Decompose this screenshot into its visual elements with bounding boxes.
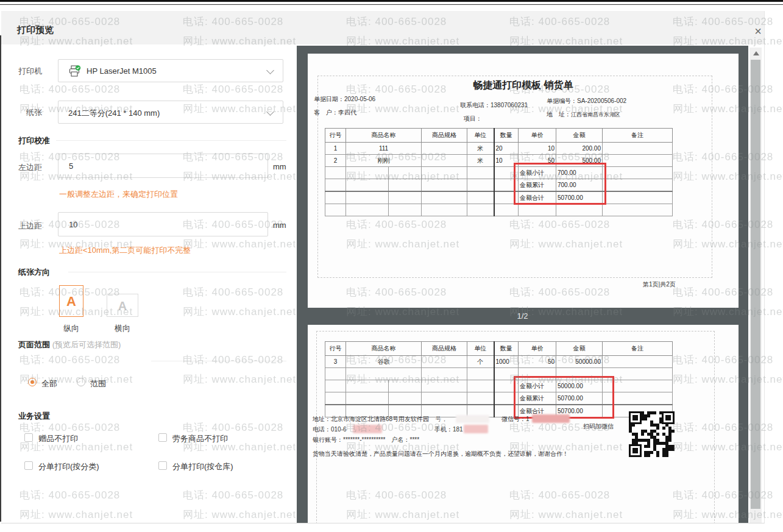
table-cell bbox=[494, 204, 519, 216]
table-cell bbox=[346, 392, 389, 405]
col-header: 备注 bbox=[603, 129, 673, 143]
paper-value: 241二等分(241 * 140 mm) bbox=[68, 108, 160, 119]
table-cell bbox=[467, 204, 494, 216]
page-number-label: 第1页|共2页 bbox=[643, 280, 676, 289]
printer-value: HP LaserJet M1005 bbox=[87, 66, 157, 76]
table-cell bbox=[422, 191, 467, 204]
scrollbar-up-arrow[interactable] bbox=[753, 51, 759, 55]
redaction-blob bbox=[456, 415, 489, 423]
top-margin-input[interactable]: 10 bbox=[58, 212, 268, 236]
section-print-calibration: 打印校准 bbox=[18, 135, 50, 146]
table-cell bbox=[467, 191, 494, 204]
col-header: 数量 bbox=[494, 342, 519, 356]
section-page-range: 页面范围 (预览后可选择范围) bbox=[18, 339, 151, 350]
table-cell bbox=[325, 179, 346, 192]
cell-note bbox=[603, 356, 673, 368]
no-service-print-checkbox[interactable] bbox=[158, 433, 167, 442]
doc-phone: 联系电话：13807060231 bbox=[460, 101, 528, 110]
items-table-page2: 行号商品名称商品规格单位数量单价金额备注3谷歌个10005050000.00金额… bbox=[325, 341, 673, 417]
left-margin-input[interactable]: 5 bbox=[58, 154, 268, 178]
divider bbox=[68, 272, 286, 272]
scrollbar-thumb[interactable] bbox=[751, 60, 760, 509]
cell-spec bbox=[422, 356, 467, 368]
table-cell bbox=[422, 167, 467, 179]
col-header: 金额 bbox=[556, 129, 603, 143]
table-cell bbox=[467, 179, 494, 192]
table-cell bbox=[422, 380, 467, 392]
table-cell bbox=[519, 204, 556, 216]
cell-spec bbox=[422, 368, 467, 380]
col-header: 商品规格 bbox=[422, 342, 467, 356]
section-business-settings: 业务设置 bbox=[18, 411, 50, 422]
close-icon[interactable]: × bbox=[750, 23, 766, 39]
cell-price: 10 bbox=[519, 143, 556, 155]
col-header: 单价 bbox=[519, 342, 556, 356]
table-cell bbox=[422, 204, 467, 216]
col-header: 行号 bbox=[325, 129, 346, 143]
left-margin-hint: 一般调整左边距，来确定打印位置 bbox=[59, 189, 178, 200]
cell-line-no: 1 bbox=[325, 143, 346, 155]
paper-label: 纸张 bbox=[26, 107, 42, 118]
page-range-all-radio[interactable] bbox=[28, 378, 37, 386]
table-cell bbox=[389, 392, 422, 405]
cell-unit bbox=[467, 368, 494, 380]
cell-line-no bbox=[325, 368, 346, 380]
cell-unit: 个 bbox=[467, 356, 494, 368]
doc-project: 项目： bbox=[464, 115, 482, 123]
dialog-title: 打印预览 bbox=[17, 24, 54, 36]
cell-spec bbox=[422, 155, 467, 167]
page-range-range-radio[interactable] bbox=[77, 378, 85, 386]
item-row bbox=[325, 368, 673, 380]
printer-icon bbox=[68, 65, 82, 80]
printer-select[interactable]: HP LaserJet M1005 bbox=[58, 59, 283, 82]
split-by-category-checkbox[interactable] bbox=[24, 461, 33, 470]
dialog-header bbox=[1, 11, 764, 44]
table-cell bbox=[346, 380, 389, 392]
split-by-warehouse-checkbox[interactable] bbox=[158, 461, 167, 470]
preview-page-1: 畅捷通打印模板 销货单 单据日期：2020-05-06 客 户：李四代 联系电话… bbox=[308, 54, 739, 308]
cell-unit: 米 bbox=[467, 155, 494, 167]
table-cell bbox=[389, 179, 422, 192]
table-cell bbox=[346, 204, 389, 216]
cell-price: 50 bbox=[519, 356, 556, 368]
orientation-portrait-button[interactable]: A bbox=[59, 285, 83, 317]
preview-pager: 1/2 bbox=[297, 311, 748, 321]
orientation-landscape-button[interactable]: A bbox=[107, 294, 138, 317]
cell-line-no: 3 bbox=[325, 356, 346, 368]
table-cell bbox=[346, 191, 389, 204]
table-cell bbox=[603, 167, 673, 179]
footer-notice: 货物当天请验收清楚，产品质量问题请在一个月内退换，逾期概不负责，还望谅解，谢谢合… bbox=[313, 450, 569, 458]
table-cell bbox=[467, 392, 494, 405]
amount-highlight-box-page1 bbox=[514, 163, 606, 205]
table-cell bbox=[422, 392, 467, 405]
items-table-page1: 行号商品名称商品规格单位数量单价金额备注1111米2010200.002刚刚米1… bbox=[325, 128, 673, 216]
no-service-print-label: 劳务商品不打印 bbox=[172, 433, 228, 444]
sales-items-table: 行号商品名称商品规格单位数量单价金额备注1111米2010200.002刚刚米1… bbox=[325, 128, 673, 216]
item-row: 1111米2010200.00 bbox=[325, 143, 673, 155]
cell-amount: 50000.00 bbox=[556, 356, 603, 368]
col-header: 单位 bbox=[467, 342, 494, 356]
top-margin-label: 上边距 bbox=[18, 221, 42, 232]
col-header: 行号 bbox=[325, 342, 346, 356]
col-header: 金额 bbox=[556, 342, 603, 356]
no-gift-print-checkbox[interactable] bbox=[24, 433, 33, 442]
table-cell bbox=[467, 167, 494, 179]
footer-bank: 银行账号：*******-********** 户名：**** bbox=[313, 436, 419, 444]
preview-page-2: 行号商品名称商品规格单位数量单价金额备注3谷歌个10005050000.00金额… bbox=[308, 325, 739, 523]
left-margin-unit: mm bbox=[273, 162, 286, 171]
footer-mobile: 手机：181 bbox=[434, 425, 463, 434]
amount-highlight-box-page2 bbox=[514, 376, 614, 419]
doc-customer: 客 户：李四代 bbox=[314, 108, 356, 117]
cell-unit: 米 bbox=[467, 143, 494, 155]
window-top-border-2 bbox=[0, 4, 783, 5]
chevron-down-icon bbox=[266, 108, 274, 116]
redaction-blob-wechat bbox=[532, 414, 570, 423]
paper-select[interactable]: 241二等分(241 * 140 mm) bbox=[58, 101, 283, 124]
table-cell bbox=[389, 204, 422, 216]
cell-qty: 20 bbox=[494, 143, 519, 155]
summary-row: 金额累计700.00 bbox=[325, 179, 673, 192]
qr-caption: 扫码加微信 bbox=[583, 422, 614, 431]
footer-tel: 电话：010-6 bbox=[313, 425, 347, 434]
cell-spec bbox=[422, 143, 467, 155]
table-cell bbox=[556, 204, 603, 216]
